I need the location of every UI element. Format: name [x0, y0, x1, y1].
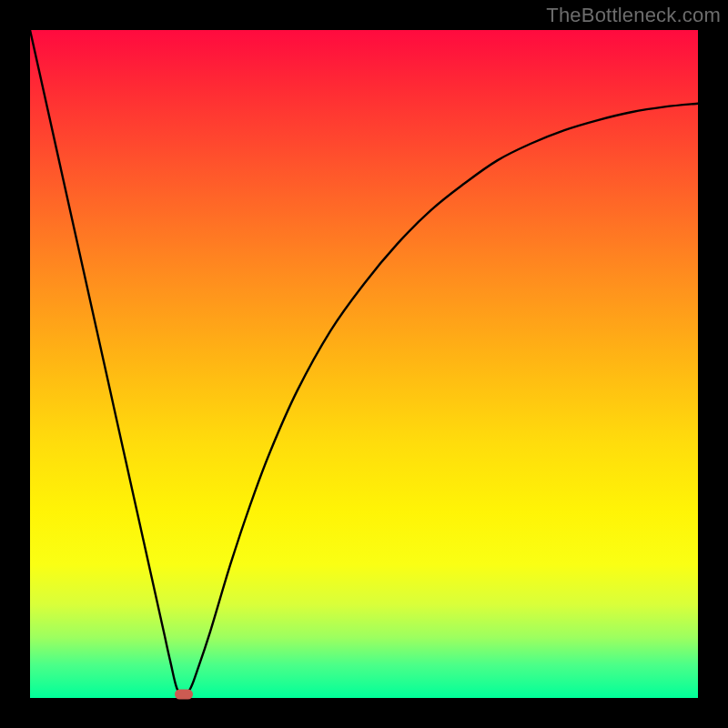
- watermark-text: TheBottleneck.com: [546, 4, 721, 27]
- optimum-marker: [175, 690, 193, 700]
- curve-path: [30, 30, 698, 694]
- bottleneck-curve: [30, 30, 698, 698]
- chart-frame: TheBottleneck.com: [0, 0, 728, 728]
- plot-area: [30, 30, 698, 698]
